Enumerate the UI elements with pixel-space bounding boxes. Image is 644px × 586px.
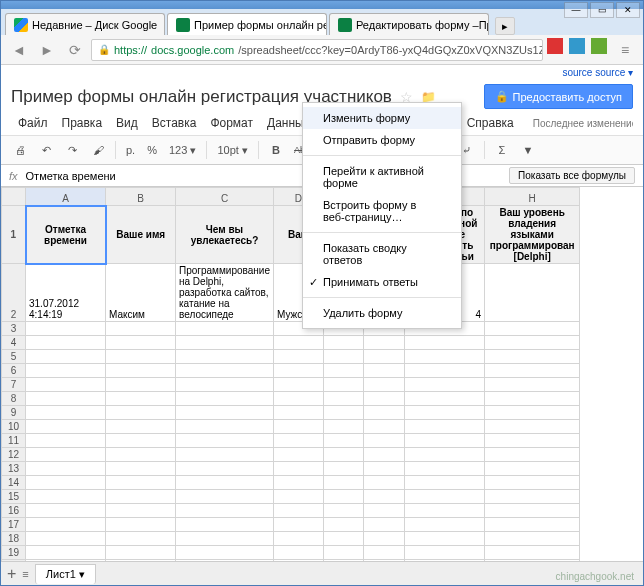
cell-A14[interactable]	[26, 476, 106, 490]
row-header[interactable]: 6	[2, 364, 26, 378]
cell-C8[interactable]	[176, 392, 274, 406]
cell-A17[interactable]	[26, 518, 106, 532]
cell-C7[interactable]	[176, 378, 274, 392]
menu-icon[interactable]: ≡	[613, 38, 637, 62]
cell-A12[interactable]	[26, 448, 106, 462]
account-link[interactable]: source source ▾	[562, 67, 633, 78]
cell-C11[interactable]	[176, 434, 274, 448]
cell-C15[interactable]	[176, 490, 274, 504]
spreadsheet-grid[interactable]: A B C D E F G H 1Отметка времениВаше имя…	[1, 187, 580, 561]
cell-G11[interactable]	[405, 434, 485, 448]
print-icon[interactable]: 🖨	[9, 139, 31, 161]
browser-tab[interactable]: Редактировать форму –Пр ×	[329, 13, 489, 35]
cell-C1[interactable]: Чем вы увлекаетесь?	[176, 206, 274, 264]
row-header[interactable]: 14	[2, 476, 26, 490]
cell-D15[interactable]	[273, 490, 323, 504]
cell-E4[interactable]	[323, 336, 363, 350]
cell-A15[interactable]	[26, 490, 106, 504]
cell-G9[interactable]	[405, 406, 485, 420]
cell-A5[interactable]	[26, 350, 106, 364]
cell-C14[interactable]	[176, 476, 274, 490]
row-header[interactable]: 1	[2, 206, 26, 264]
row-header[interactable]: 9	[2, 406, 26, 420]
row-header[interactable]: 12	[2, 448, 26, 462]
row-header[interactable]: 10	[2, 420, 26, 434]
cell-C19[interactable]	[176, 546, 274, 560]
cell-E13[interactable]	[323, 462, 363, 476]
row-header[interactable]: 8	[2, 392, 26, 406]
menu-view[interactable]: Вид	[109, 112, 145, 134]
cell-E11[interactable]	[323, 434, 363, 448]
row-header[interactable]: 17	[2, 518, 26, 532]
row-header[interactable]: 15	[2, 490, 26, 504]
cell-B10[interactable]	[106, 420, 176, 434]
cell-H6[interactable]	[485, 364, 580, 378]
menu-insert[interactable]: Вставка	[145, 112, 204, 134]
cell-E17[interactable]	[323, 518, 363, 532]
cell-C4[interactable]	[176, 336, 274, 350]
cell-G16[interactable]	[405, 504, 485, 518]
cell-E7[interactable]	[323, 378, 363, 392]
cell-C10[interactable]	[176, 420, 274, 434]
cell-H3[interactable]	[485, 322, 580, 336]
col-header-C[interactable]: C	[176, 188, 274, 206]
cell-C5[interactable]	[176, 350, 274, 364]
cell-F4[interactable]	[363, 336, 404, 350]
cell-A2[interactable]: 31.07.2012 4:14:19	[26, 264, 106, 322]
cell-G13[interactable]	[405, 462, 485, 476]
cell-B13[interactable]	[106, 462, 176, 476]
cell-F20[interactable]	[363, 560, 404, 562]
row-header[interactable]: 19	[2, 546, 26, 560]
paint-format-icon[interactable]: 🖌	[87, 139, 109, 161]
cell-F13[interactable]	[363, 462, 404, 476]
cell-D14[interactable]	[273, 476, 323, 490]
cell-B18[interactable]	[106, 532, 176, 546]
menu-edit[interactable]: Правка	[55, 112, 110, 134]
cell-B15[interactable]	[106, 490, 176, 504]
row-header[interactable]: 2	[2, 264, 26, 322]
menu-file[interactable]: Файл	[11, 112, 55, 134]
cell-D12[interactable]	[273, 448, 323, 462]
cell-A13[interactable]	[26, 462, 106, 476]
cell-A4[interactable]	[26, 336, 106, 350]
cell-H20[interactable]	[485, 560, 580, 562]
cell-D17[interactable]	[273, 518, 323, 532]
dropdown-item[interactable]: Принимать ответы	[303, 271, 461, 293]
cell-H14[interactable]	[485, 476, 580, 490]
cell-B16[interactable]	[106, 504, 176, 518]
cell-C16[interactable]	[176, 504, 274, 518]
bold-button[interactable]: B	[265, 139, 287, 161]
cell-C18[interactable]	[176, 532, 274, 546]
cell-D18[interactable]	[273, 532, 323, 546]
col-header-H[interactable]: H	[485, 188, 580, 206]
cell-D16[interactable]	[273, 504, 323, 518]
browser-tab[interactable]: Недавние – Диск Google ×	[5, 13, 165, 35]
cell-E20[interactable]	[323, 560, 363, 562]
cell-D19[interactable]	[273, 546, 323, 560]
cell-G17[interactable]	[405, 518, 485, 532]
cell-E9[interactable]	[323, 406, 363, 420]
cell-G15[interactable]	[405, 490, 485, 504]
cell-A18[interactable]	[26, 532, 106, 546]
redo-icon[interactable]: ↷	[61, 139, 83, 161]
row-header[interactable]: 20	[2, 560, 26, 562]
cell-B12[interactable]	[106, 448, 176, 462]
chevron-down-icon[interactable]: ▾	[79, 568, 85, 580]
cell-E10[interactable]	[323, 420, 363, 434]
menu-help[interactable]: Справка	[460, 112, 521, 134]
cell-A16[interactable]	[26, 504, 106, 518]
cell-E6[interactable]	[323, 364, 363, 378]
cell-A6[interactable]	[26, 364, 106, 378]
cell-E14[interactable]	[323, 476, 363, 490]
cell-E16[interactable]	[323, 504, 363, 518]
cell-H16[interactable]	[485, 504, 580, 518]
dropdown-item[interactable]: Удалить форму	[303, 302, 461, 324]
cell-D20[interactable]	[273, 560, 323, 562]
cell-E15[interactable]	[323, 490, 363, 504]
sheet-tab[interactable]: Лист1 ▾	[35, 564, 96, 584]
cell-H8[interactable]	[485, 392, 580, 406]
cell-F12[interactable]	[363, 448, 404, 462]
cell-C12[interactable]	[176, 448, 274, 462]
functions-button[interactable]: Σ	[491, 139, 513, 161]
number-format-button[interactable]: 123 ▾	[165, 144, 200, 157]
